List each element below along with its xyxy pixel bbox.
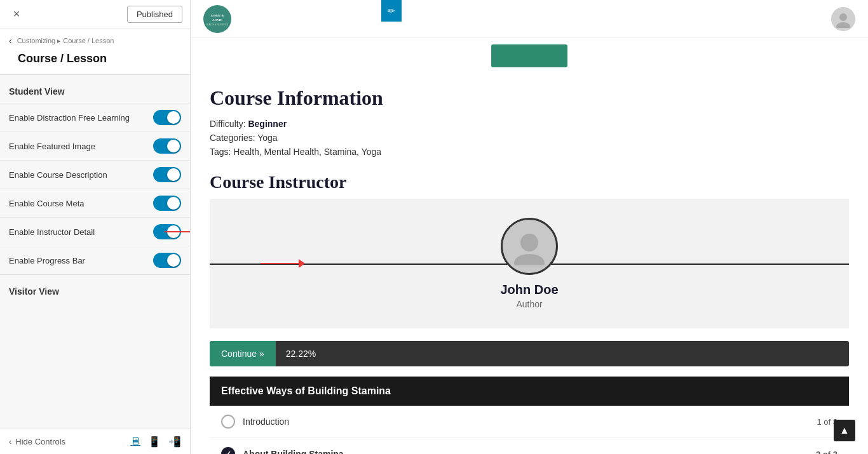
list-item-position-1: 2 of 3	[816, 450, 837, 455]
course-list-section: Effective Ways of Building Stamina Intro…	[210, 377, 849, 454]
tags-value: Health, Mental Health, Stamina, Yoga	[233, 147, 381, 157]
toggle-label-distraction-free: Enable Distraction Free Learning	[9, 113, 153, 123]
check-circle-1	[221, 447, 235, 454]
toggle-row-distraction-free: Enable Distraction Free Learning	[0, 103, 190, 131]
tags-row: Tags: Health, Mental Health, Stamina, Yo…	[210, 147, 849, 157]
hide-controls-label: Hide Controls	[15, 437, 65, 446]
categories-row: Categories: Yoga	[210, 133, 849, 143]
pencil-icon: ✏	[388, 6, 395, 16]
student-view-label: Student View	[0, 75, 190, 103]
green-action-button[interactable]	[491, 44, 567, 67]
course-info-heading: Course Information	[210, 86, 849, 110]
list-item[interactable]: Introduction 1 of 3	[210, 406, 849, 438]
toggle-row-instructor-detail: Enable Instructor Detail	[0, 217, 190, 246]
categories-label: Categories:	[210, 133, 255, 143]
difficulty-value: Beginner	[248, 119, 287, 129]
user-avatar[interactable]	[831, 7, 855, 31]
list-item[interactable]: About Building Stamina 2 of 3	[210, 438, 849, 454]
toggle-label-course-meta: Enable Course Meta	[9, 199, 153, 208]
toggle-row-course-description: Enable Course Description	[0, 160, 190, 189]
avatar-svg	[834, 10, 852, 28]
desktop-icon[interactable]: 🖥	[130, 436, 140, 448]
back-arrow-icon[interactable]: ‹	[9, 36, 12, 46]
progress-bar-section: Continue » 22.22%	[210, 341, 849, 366]
progress-bar: 22.22%	[276, 341, 849, 366]
course-instructor-heading: Course Instructor	[210, 172, 849, 192]
toggle-row-course-meta: Enable Course Meta	[0, 189, 190, 217]
toggle-featured-image[interactable]	[153, 138, 181, 154]
mobile-icon[interactable]: 📲	[168, 436, 181, 448]
instructor-role: Author	[516, 299, 542, 309]
left-customizer-panel: × Published ‹ Customizing ▸ Course / Les…	[0, 0, 191, 454]
section-title: Course / Lesson	[9, 48, 181, 73]
toggle-label-progress-bar: Enable Progress Bar	[9, 256, 153, 265]
tablet-icon[interactable]: 📱	[148, 436, 161, 448]
panel-content: Student View Enable Distraction Free Lea…	[0, 75, 190, 429]
list-item-left-1: About Building Stamina	[221, 447, 344, 454]
list-item-left-0: Introduction	[221, 415, 289, 429]
toggle-row-featured-image: Enable Featured Image	[0, 131, 190, 160]
continue-button[interactable]: Continue »	[210, 341, 276, 366]
chevron-left-icon: ‹	[9, 437, 11, 446]
course-list-header: Effective Ways of Building Stamina	[210, 377, 849, 406]
visitor-view-label: Visitor View	[0, 274, 190, 303]
toggle-course-description[interactable]	[153, 167, 181, 182]
scroll-to-top-button[interactable]: ▲	[834, 420, 855, 441]
toggle-label-featured-image: Enable Featured Image	[9, 142, 153, 151]
hide-controls-button[interactable]: ‹ Hide Controls	[9, 437, 65, 446]
toggle-course-meta[interactable]	[153, 196, 181, 211]
edit-icon-bar[interactable]: ✏	[381, 0, 402, 22]
customizer-top-bar: × Published	[0, 0, 190, 29]
svg-text:ANNIE: ANNIE	[212, 18, 223, 22]
svg-point-4	[839, 13, 847, 21]
difficulty-row: Difficulty: Beginner	[210, 119, 849, 129]
site-header: JAMIE & ANNIE HEALTH & NUTRITION	[191, 0, 868, 38]
list-item-title-1: About Building Stamina	[243, 449, 344, 454]
logo-area: JAMIE & ANNIE HEALTH & NUTRITION	[203, 5, 231, 33]
toggle-progress-bar[interactable]	[153, 253, 181, 268]
published-button[interactable]: Published	[127, 6, 182, 23]
breadcrumb-nav: ‹ Customizing ▸ Course / Lesson	[9, 36, 181, 46]
right-preview-panel: ✏ JAMIE & ANNIE HEALTH & NUTRITION Cour	[191, 0, 868, 454]
breadcrumb-text: Customizing ▸ Course / Lesson	[17, 37, 114, 45]
breadcrumb-bar: ‹ Customizing ▸ Course / Lesson Course /…	[0, 29, 190, 75]
svg-text:HEALTH & NUTRITION: HEALTH & NUTRITION	[207, 23, 228, 26]
instructor-name: John Doe	[500, 283, 558, 297]
red-arrow-content	[261, 259, 305, 268]
svg-text:JAMIE &: JAMIE &	[210, 14, 224, 17]
bottom-bar: ‹ Hide Controls 🖥 📱 📲	[0, 429, 190, 454]
logo-svg: JAMIE & ANNIE HEALTH & NUTRITION	[207, 8, 228, 30]
green-btn-area	[191, 38, 868, 74]
instructor-section: John Doe Author	[210, 199, 849, 328]
check-circle-0	[221, 415, 235, 429]
toggle-label-course-description: Enable Course Description	[9, 170, 153, 180]
tags-label: Tags:	[210, 147, 231, 157]
red-arrow-instructor	[165, 228, 190, 236]
main-content: Course Information Difficulty: Beginner …	[191, 74, 868, 454]
svg-point-5	[836, 22, 850, 28]
list-item-title-0: Introduction	[243, 417, 289, 427]
difficulty-label: Difficulty:	[210, 119, 246, 129]
instructor-avatar-svg	[510, 227, 548, 265]
toggle-row-progress-bar: Enable Progress Bar	[0, 246, 190, 274]
svg-point-7	[514, 254, 545, 265]
categories-value: Yoga	[257, 133, 277, 143]
toggle-label-instructor-detail: Enable Instructor Detail	[9, 227, 153, 237]
logo-circle: JAMIE & ANNIE HEALTH & NUTRITION	[203, 5, 231, 33]
instructor-avatar	[501, 218, 558, 275]
close-button[interactable]: ×	[8, 6, 25, 23]
svg-point-6	[520, 234, 538, 251]
toggle-distraction-free[interactable]	[153, 110, 181, 125]
device-icons: 🖥 📱 📲	[130, 436, 181, 448]
